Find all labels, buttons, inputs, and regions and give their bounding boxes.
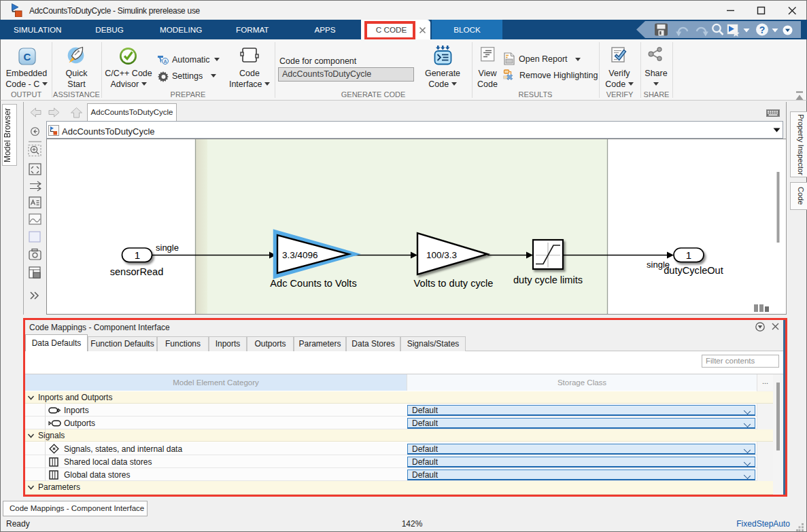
svg-text:dutyCycleOut: dutyCycleOut (664, 265, 723, 276)
svg-text:1: 1 (686, 249, 691, 261)
svg-text:single: single (156, 243, 179, 253)
svg-text:sensorRead: sensorRead (110, 266, 164, 277)
svg-text:duty cycle limits: duty cycle limits (513, 274, 583, 285)
svg-text:Adc Counts to Volts: Adc Counts to Volts (270, 278, 356, 289)
svg-text:?: ? (759, 24, 766, 35)
svg-text:100/3.3: 100/3.3 (426, 250, 457, 260)
svg-text:3.3/4096: 3.3/4096 (282, 250, 318, 260)
svg-text:Volts to duty cycle: Volts to duty cycle (414, 278, 494, 289)
svg-text:1: 1 (135, 249, 140, 261)
svg-text:A: A (164, 59, 167, 64)
svg-text:C: C (24, 51, 31, 63)
